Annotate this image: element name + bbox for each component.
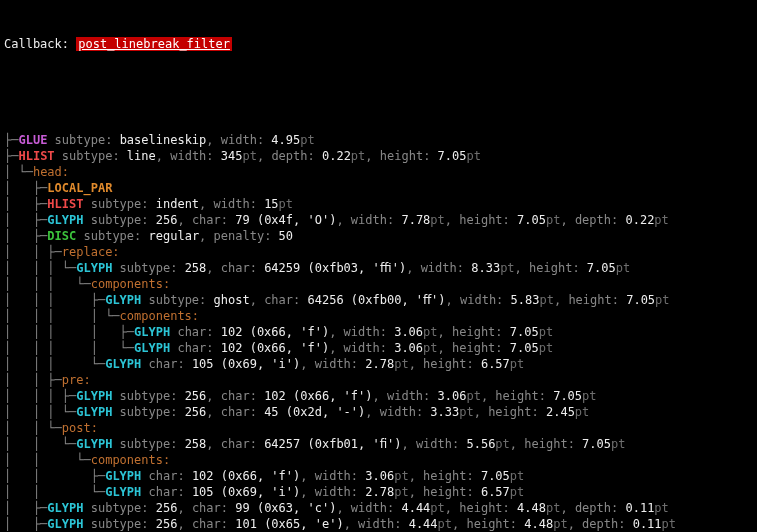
separator: , [409, 357, 423, 371]
separator [83, 501, 90, 515]
separator: , [438, 325, 452, 339]
tree-row: │ ├─LOCAL_PAR [4, 180, 753, 196]
tree-guides: │ └─ [4, 165, 33, 179]
prop-value: 8.33 [471, 261, 500, 275]
prop-value: line [127, 149, 156, 163]
prop-unit: pt [423, 341, 437, 355]
separator [83, 197, 90, 211]
prop-value: baselineskip [120, 133, 207, 147]
colon: : [221, 213, 235, 227]
separator: , [300, 469, 314, 483]
separator [141, 357, 148, 371]
prop-value: 4.48 [517, 501, 546, 515]
tree-guides: │ │ ├─ [4, 245, 62, 259]
separator: , [206, 389, 220, 403]
colon: : [618, 517, 632, 531]
separator [55, 149, 62, 163]
prop-unit: pt [466, 149, 480, 163]
colon: : [351, 357, 365, 371]
node-type: GLYPH [76, 405, 112, 419]
prop-name: subtype [91, 501, 142, 515]
prop-name: width [421, 261, 457, 275]
tree-guides: │ │ │ └─ [4, 357, 105, 371]
tree-row: │ │ │ │ ├─GLYPH char: 102 (0x66, 'f'), w… [4, 324, 753, 340]
prop-unit: pt [510, 469, 524, 483]
prop-name: width [351, 213, 387, 227]
tree-row: │ │ │ └─GLYPH char: 105 (0x69, 'i'), wid… [4, 356, 753, 372]
prop-name: subtype [91, 517, 142, 531]
prop-unit: pt [495, 437, 509, 451]
prop-value: 7.05 [517, 213, 546, 227]
separator: , [336, 501, 350, 515]
prop-name: char [149, 485, 178, 499]
separator: , [568, 517, 582, 531]
prop-name: char [149, 469, 178, 483]
separator [112, 437, 119, 451]
prop-name: width [358, 517, 394, 531]
tree-row: │ │ │ ├─GLYPH subtype: ghost, char: 6425… [4, 292, 753, 308]
prop-value: 3.06 [394, 341, 423, 355]
colon: : [611, 213, 625, 227]
prop-name: width [416, 437, 452, 451]
colon: : [206, 341, 220, 355]
prop-value: regular [149, 229, 200, 243]
prop-name: subtype [84, 229, 135, 243]
section-label: components: [91, 277, 170, 291]
section-label: post: [62, 421, 98, 435]
prop-name: height [466, 517, 509, 531]
prop-unit: pt [394, 469, 408, 483]
tree-row: │ │ │ │ └─components: [4, 308, 753, 324]
prop-name: subtype [91, 213, 142, 227]
colon: : [308, 149, 322, 163]
prop-value: 0.22 [625, 213, 654, 227]
prop-name: height [452, 325, 495, 339]
colon: : [466, 357, 480, 371]
section-label: head: [33, 165, 69, 179]
prop-name: depth [575, 501, 611, 515]
tree-guides: │ ├─ [4, 229, 47, 243]
prop-name: char [177, 325, 206, 339]
prop-name: char [221, 437, 250, 451]
prop-name: height [495, 389, 538, 403]
prop-value: 45 (0x2d, '-') [264, 405, 365, 419]
prop-name: char [177, 341, 206, 355]
separator: , [177, 213, 191, 227]
separator: , [445, 501, 459, 515]
prop-value: 3.06 [438, 389, 467, 403]
prop-value: 79 (0x4f, 'O') [235, 213, 336, 227]
colon: : [387, 501, 401, 515]
prop-value: 7.05 [553, 389, 582, 403]
separator: , [206, 405, 220, 419]
section-label: components: [91, 453, 170, 467]
prop-value: 4.48 [524, 517, 553, 531]
colon: : [452, 437, 466, 451]
tree-row: │ ├─GLYPH subtype: 256, char: 101 (0x65,… [4, 516, 753, 532]
separator: , [373, 389, 387, 403]
prop-name: subtype [91, 197, 142, 211]
prop-unit: pt [394, 357, 408, 371]
prop-name: height [380, 149, 423, 163]
separator: , [515, 261, 529, 275]
prop-value: 3.33 [430, 405, 459, 419]
prop-value: 102 (0x66, 'f') [264, 389, 372, 403]
separator: , [445, 213, 459, 227]
colon: : [170, 437, 184, 451]
prop-value: 64257 (0xfb01, 'ﬁ') [264, 437, 401, 451]
tree-row: │ ├─DISC subtype: regular, penalty: 50 [4, 228, 753, 244]
prop-name: char [264, 293, 293, 307]
prop-unit: pt [582, 389, 596, 403]
prop-name: char [192, 517, 221, 531]
colon: : [351, 469, 365, 483]
separator: , [446, 293, 460, 307]
colon: : [466, 485, 480, 499]
prop-value: 7.05 [626, 293, 655, 307]
separator [112, 389, 119, 403]
tree-guides: │ │ │ └─ [4, 405, 76, 419]
prop-value: 3.06 [394, 325, 423, 339]
prop-unit: pt [539, 341, 553, 355]
prop-value: 4.44 [401, 501, 430, 515]
tree-row: │ │ │ └─GLYPH subtype: 258, char: 64259 … [4, 260, 753, 276]
node-type: GLYPH [105, 357, 141, 371]
prop-unit: pt [539, 325, 553, 339]
colon: : [199, 293, 213, 307]
